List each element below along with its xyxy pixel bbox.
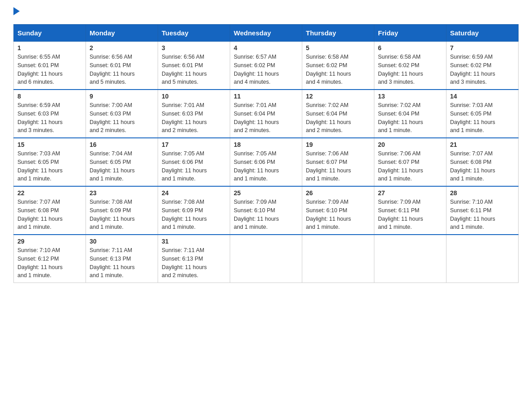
day-info: Sunrise: 6:59 AMSunset: 6:02 PMDaylight:… [450, 53, 515, 86]
day-number: 29 [17, 238, 82, 245]
day-info: Sunrise: 7:08 AMSunset: 6:09 PMDaylight:… [162, 198, 226, 231]
calendar-week-1: 1Sunrise: 6:55 AMSunset: 6:01 PMDaylight… [14, 42, 519, 90]
column-header-saturday: Saturday [446, 25, 519, 42]
day-info: Sunrise: 6:55 AMSunset: 6:01 PMDaylight:… [17, 53, 82, 86]
calendar-week-5: 29Sunrise: 7:10 AMSunset: 6:12 PMDayligh… [14, 235, 519, 283]
calendar-cell: 28Sunrise: 7:10 AMSunset: 6:11 PMDayligh… [446, 186, 519, 235]
column-header-wednesday: Wednesday [230, 25, 302, 42]
day-info: Sunrise: 7:11 AMSunset: 6:13 PMDaylight:… [90, 246, 154, 280]
day-info: Sunrise: 7:06 AMSunset: 6:07 PMDaylight:… [378, 150, 442, 183]
day-number: 7 [450, 44, 515, 51]
column-header-tuesday: Tuesday [158, 25, 230, 42]
calendar-cell: 18Sunrise: 7:05 AMSunset: 6:06 PMDayligh… [230, 138, 302, 186]
calendar-cell: 24Sunrise: 7:08 AMSunset: 6:09 PMDayligh… [158, 186, 230, 235]
calendar-cell: 5Sunrise: 6:58 AMSunset: 6:02 PMDaylight… [302, 42, 374, 90]
calendar-week-4: 22Sunrise: 7:07 AMSunset: 6:08 PMDayligh… [14, 186, 519, 235]
calendar-cell: 1Sunrise: 6:55 AMSunset: 6:01 PMDaylight… [14, 42, 86, 90]
day-number: 14 [450, 93, 515, 100]
calendar-cell: 26Sunrise: 7:09 AMSunset: 6:10 PMDayligh… [302, 186, 374, 235]
calendar-week-2: 8Sunrise: 6:59 AMSunset: 6:03 PMDaylight… [14, 90, 519, 138]
calendar-cell: 25Sunrise: 7:09 AMSunset: 6:10 PMDayligh… [230, 186, 302, 235]
day-number: 18 [234, 141, 298, 148]
day-number: 22 [17, 189, 82, 197]
calendar-cell: 22Sunrise: 7:07 AMSunset: 6:08 PMDayligh… [14, 186, 86, 235]
day-number: 23 [90, 189, 154, 197]
day-number: 20 [378, 141, 442, 148]
day-number: 11 [234, 93, 298, 100]
calendar-cell [302, 235, 374, 283]
day-info: Sunrise: 7:02 AMSunset: 6:04 PMDaylight:… [306, 101, 370, 135]
day-number: 16 [90, 141, 154, 148]
calendar-cell: 29Sunrise: 7:10 AMSunset: 6:12 PMDayligh… [14, 235, 86, 283]
day-info: Sunrise: 6:58 AMSunset: 6:02 PMDaylight:… [306, 53, 370, 86]
day-number: 30 [90, 238, 154, 245]
day-info: Sunrise: 6:57 AMSunset: 6:02 PMDaylight:… [234, 53, 298, 86]
calendar-cell: 10Sunrise: 7:01 AMSunset: 6:03 PMDayligh… [158, 90, 230, 138]
calendar-cell: 3Sunrise: 6:56 AMSunset: 6:01 PMDaylight… [158, 42, 230, 90]
column-header-friday: Friday [374, 25, 446, 42]
column-header-sunday: Sunday [14, 25, 86, 42]
calendar-cell: 31Sunrise: 7:11 AMSunset: 6:13 PMDayligh… [158, 235, 230, 283]
page-header [13, 9, 519, 15]
calendar-cell: 17Sunrise: 7:05 AMSunset: 6:06 PMDayligh… [158, 138, 230, 186]
day-number: 25 [234, 189, 298, 197]
day-info: Sunrise: 7:08 AMSunset: 6:09 PMDaylight:… [90, 198, 154, 231]
calendar-cell: 23Sunrise: 7:08 AMSunset: 6:09 PMDayligh… [86, 186, 158, 235]
day-info: Sunrise: 6:58 AMSunset: 6:02 PMDaylight:… [378, 53, 442, 86]
calendar-cell [446, 235, 519, 283]
day-info: Sunrise: 7:10 AMSunset: 6:11 PMDaylight:… [450, 198, 515, 231]
day-number: 4 [234, 44, 298, 51]
day-number: 9 [90, 93, 154, 100]
day-number: 5 [306, 44, 370, 51]
day-info: Sunrise: 7:09 AMSunset: 6:10 PMDaylight:… [234, 198, 298, 231]
calendar-week-3: 15Sunrise: 7:03 AMSunset: 6:05 PMDayligh… [14, 138, 519, 186]
day-info: Sunrise: 7:10 AMSunset: 6:12 PMDaylight:… [17, 246, 82, 280]
calendar-cell: 16Sunrise: 7:04 AMSunset: 6:05 PMDayligh… [86, 138, 158, 186]
day-info: Sunrise: 7:05 AMSunset: 6:06 PMDaylight:… [162, 150, 226, 183]
day-info: Sunrise: 6:59 AMSunset: 6:03 PMDaylight:… [17, 101, 82, 135]
day-number: 28 [450, 189, 515, 197]
day-number: 6 [378, 44, 442, 51]
calendar-cell: 15Sunrise: 7:03 AMSunset: 6:05 PMDayligh… [14, 138, 86, 186]
day-number: 15 [17, 141, 82, 148]
day-number: 27 [378, 189, 442, 197]
day-info: Sunrise: 7:03 AMSunset: 6:05 PMDaylight:… [17, 150, 82, 183]
calendar-cell: 9Sunrise: 7:00 AMSunset: 6:03 PMDaylight… [86, 90, 158, 138]
day-info: Sunrise: 7:11 AMSunset: 6:13 PMDaylight:… [162, 246, 226, 280]
day-info: Sunrise: 7:07 AMSunset: 6:08 PMDaylight:… [17, 198, 82, 231]
logo-arrow-icon [13, 7, 20, 15]
calendar-cell: 21Sunrise: 7:07 AMSunset: 6:08 PMDayligh… [446, 138, 519, 186]
calendar-cell: 14Sunrise: 7:03 AMSunset: 6:05 PMDayligh… [446, 90, 519, 138]
day-number: 26 [306, 189, 370, 197]
calendar-table: SundayMondayTuesdayWednesdayThursdayFrid… [13, 24, 519, 283]
calendar-cell: 27Sunrise: 7:09 AMSunset: 6:11 PMDayligh… [374, 186, 446, 235]
column-header-thursday: Thursday [302, 25, 374, 42]
day-info: Sunrise: 7:07 AMSunset: 6:08 PMDaylight:… [450, 150, 515, 183]
calendar-cell: 7Sunrise: 6:59 AMSunset: 6:02 PMDaylight… [446, 42, 519, 90]
day-number: 3 [162, 44, 226, 51]
day-number: 8 [17, 93, 82, 100]
logo [13, 9, 20, 15]
day-number: 2 [90, 44, 154, 51]
day-info: Sunrise: 7:04 AMSunset: 6:05 PMDaylight:… [90, 150, 154, 183]
day-info: Sunrise: 7:01 AMSunset: 6:03 PMDaylight:… [162, 101, 226, 135]
day-number: 31 [162, 238, 226, 245]
day-info: Sunrise: 7:09 AMSunset: 6:11 PMDaylight:… [378, 198, 442, 231]
calendar-cell [230, 235, 302, 283]
day-number: 17 [162, 141, 226, 148]
column-header-monday: Monday [86, 25, 158, 42]
day-number: 21 [450, 141, 515, 148]
day-info: Sunrise: 7:01 AMSunset: 6:04 PMDaylight:… [234, 101, 298, 135]
calendar-cell: 4Sunrise: 6:57 AMSunset: 6:02 PMDaylight… [230, 42, 302, 90]
day-info: Sunrise: 7:05 AMSunset: 6:06 PMDaylight:… [234, 150, 298, 183]
calendar-cell: 2Sunrise: 6:56 AMSunset: 6:01 PMDaylight… [86, 42, 158, 90]
calendar-cell: 6Sunrise: 6:58 AMSunset: 6:02 PMDaylight… [374, 42, 446, 90]
day-number: 13 [378, 93, 442, 100]
day-info: Sunrise: 6:56 AMSunset: 6:01 PMDaylight:… [162, 53, 226, 86]
day-number: 19 [306, 141, 370, 148]
calendar-header-row: SundayMondayTuesdayWednesdayThursdayFrid… [14, 25, 519, 42]
calendar-cell: 11Sunrise: 7:01 AMSunset: 6:04 PMDayligh… [230, 90, 302, 138]
day-number: 24 [162, 189, 226, 197]
day-info: Sunrise: 7:02 AMSunset: 6:04 PMDaylight:… [378, 101, 442, 135]
calendar-cell: 13Sunrise: 7:02 AMSunset: 6:04 PMDayligh… [374, 90, 446, 138]
